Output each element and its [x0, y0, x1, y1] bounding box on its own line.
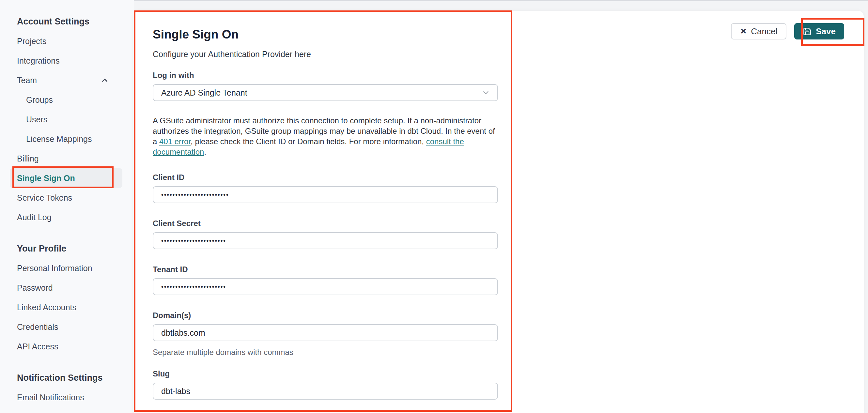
sidebar-item-label: Password: [17, 283, 53, 293]
sidebar-item-label: Single Sign On: [17, 173, 75, 183]
sidebar-item-projects[interactable]: Projects: [0, 31, 134, 51]
sidebar-item-audit-log[interactable]: Audit Log: [0, 208, 134, 227]
sidebar-item-credentials[interactable]: Credentials: [0, 317, 134, 337]
notice-text: , please check the Client ID or Domain f…: [191, 137, 426, 146]
sidebar: Account Settings Projects Integrations T…: [0, 0, 134, 413]
sidebar-item-label: Email Notifications: [17, 393, 84, 402]
sidebar-section-your-profile: Your Profile: [0, 239, 134, 258]
sidebar-item-billing[interactable]: Billing: [0, 149, 134, 168]
sidebar-item-email-notifications[interactable]: Email Notifications: [0, 387, 134, 407]
header-actions: ✕ Cancel Save: [731, 23, 844, 39]
save-button-label: Save: [816, 26, 836, 36]
sidebar-item-label: Users: [26, 115, 47, 124]
save-button[interactable]: Save: [794, 23, 844, 39]
login-with-label: Log in with: [153, 71, 498, 80]
sidebar-item-label: Personal Information: [17, 263, 92, 273]
sidebar-item-service-tokens[interactable]: Service Tokens: [0, 188, 134, 208]
sidebar-item-label: Service Tokens: [17, 193, 72, 202]
sidebar-item-label: License Mappings: [26, 134, 92, 144]
sidebar-item-label: Linked Accounts: [17, 303, 76, 312]
domains-group: Domain(s) Separate multiple domains with…: [153, 311, 498, 357]
client-id-group: Client ID: [153, 173, 498, 203]
page-title: Single Sign On: [153, 28, 498, 41]
client-id-label: Client ID: [153, 173, 498, 182]
sidebar-item-password[interactable]: Password: [0, 278, 134, 297]
sidebar-item-integrations[interactable]: Integrations: [0, 51, 134, 70]
sidebar-item-api-access[interactable]: API Access: [0, 337, 134, 356]
sidebar-item-label: Credentials: [17, 322, 58, 332]
sidebar-section-notification-settings: Notification Settings: [0, 368, 134, 387]
sidebar-item-label: Audit Log: [17, 213, 52, 222]
domains-helper-text: Separate multiple domains with commas: [153, 348, 498, 357]
sidebar-item-label: Team: [17, 76, 37, 85]
tenant-id-group: Tenant ID: [153, 265, 498, 295]
tenant-id-label: Tenant ID: [153, 265, 498, 274]
sidebar-item-label: Billing: [17, 154, 39, 163]
sidebar-section-account-settings: Account Settings: [0, 12, 134, 31]
main-area: ✕ Cancel Save Single Sign On Configure y…: [134, 0, 868, 413]
sidebar-item-linked-accounts[interactable]: Linked Accounts: [0, 297, 134, 317]
login-with-group: Log in with Azure AD Single Tenant: [153, 71, 498, 101]
close-icon: ✕: [740, 27, 747, 35]
sidebar-item-single-sign-on[interactable]: Single Sign On: [0, 168, 134, 188]
client-secret-group: Client Secret: [153, 219, 498, 249]
sso-form: Single Sign On Configure your Authentica…: [153, 11, 498, 400]
tenant-id-input[interactable]: [153, 278, 498, 295]
sidebar-item-label: Groups: [26, 95, 53, 105]
settings-card: ✕ Cancel Save Single Sign On Configure y…: [134, 11, 864, 413]
cancel-button[interactable]: ✕ Cancel: [731, 23, 786, 39]
client-secret-input[interactable]: [153, 232, 498, 249]
client-secret-label: Client Secret: [153, 219, 498, 228]
chevron-up-icon: [100, 76, 109, 85]
page-subtitle: Configure your Authentication Provider h…: [153, 50, 498, 59]
slug-input[interactable]: [153, 383, 498, 400]
sidebar-item-license-mappings[interactable]: License Mappings: [0, 129, 134, 149]
sidebar-item-users[interactable]: Users: [0, 109, 134, 129]
sidebar-item-label: Integrations: [17, 56, 60, 66]
sidebar-item-personal-information[interactable]: Personal Information: [0, 258, 134, 278]
chevron-down-icon: [482, 88, 490, 97]
client-id-input[interactable]: [153, 186, 498, 203]
notice-text: .: [204, 148, 206, 156]
link-401-error[interactable]: 401 error: [159, 137, 191, 146]
gsuite-notice: A GSuite administrator must authorize th…: [153, 116, 498, 157]
sidebar-item-groups[interactable]: Groups: [0, 90, 134, 109]
sidebar-item-team[interactable]: Team: [0, 70, 134, 90]
sidebar-item-label: API Access: [17, 342, 58, 351]
slug-group: Slug: [153, 369, 498, 400]
login-with-selected-value: Azure AD Single Tenant: [161, 88, 247, 98]
slug-label: Slug: [153, 369, 498, 378]
save-icon: [803, 27, 811, 36]
cancel-button-label: Cancel: [751, 26, 777, 36]
login-with-select[interactable]: Azure AD Single Tenant: [153, 84, 498, 101]
domains-input[interactable]: [153, 324, 498, 341]
sidebar-item-label: Projects: [17, 36, 46, 46]
domains-label: Domain(s): [153, 311, 498, 320]
